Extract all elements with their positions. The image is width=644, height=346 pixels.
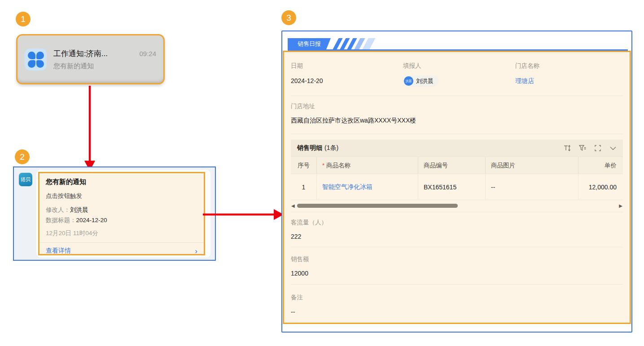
report-title-ribbon: 销售日报 [288, 38, 372, 49]
col-header-unit-price: 单价 [578, 157, 623, 174]
col-header-index: 序号 [291, 157, 316, 174]
date-label: 日期 [291, 62, 403, 70]
sales-amount-value: 12000 [291, 270, 623, 277]
reporter-pill[interactable]: 洪晨 刘洪晨 [403, 75, 438, 87]
scroll-right-icon[interactable]: ▶ [619, 203, 622, 209]
cell-product-image: -- [485, 174, 578, 200]
row-height-icon[interactable] [563, 145, 571, 152]
required-mark: * [322, 162, 324, 169]
divider [291, 284, 623, 285]
divider [291, 323, 623, 323]
store-address-label: 门店地址 [291, 102, 623, 110]
sales-report-panel: 销售日报 日期 2024-12-20 填报人 洪晨 刘洪晨 [281, 31, 632, 333]
expand-icon[interactable] [594, 145, 601, 152]
data-title-label: 数据标题： [46, 217, 76, 223]
horizontal-scrollbar[interactable]: ◀ ▶ [291, 202, 623, 209]
sales-amount-label: 销售额 [291, 255, 623, 263]
scrollbar-thumb[interactable] [297, 204, 458, 208]
divider [39, 242, 204, 243]
step-badge-1: 1 [16, 12, 31, 26]
report-title: 销售日报 [288, 38, 331, 49]
message-title: 您有新的通知 [46, 178, 197, 186]
cell-index: 1 [291, 174, 316, 200]
date-value: 2024-12-20 [291, 77, 403, 84]
store-name-link[interactable]: 理塘店 [515, 77, 623, 85]
product-name-link[interactable]: 智能空气净化冰箱 [322, 183, 372, 191]
col-header-product-code: 商品编号 [418, 157, 485, 174]
collapse-chevron-icon[interactable] [609, 145, 617, 152]
cell-product-code: BX1651615 [418, 174, 485, 200]
col-header-product-name: *商品名称 [316, 157, 418, 174]
message-detail-card: 搭贝 您有新的通知 点击按钮触发 修改人：刘洪晨 数据标题：2024-12-20… [13, 166, 216, 261]
notification-title: 工作通知:济南... [53, 48, 108, 59]
ribbon-stripes [333, 38, 372, 49]
store-name-label: 门店名称 [515, 62, 623, 70]
reporter-avatar: 洪晨 [404, 76, 413, 86]
view-details-action[interactable]: 查看详情 › [46, 247, 197, 255]
report-form-highlight-box: 日期 2024-12-20 填报人 洪晨 刘洪晨 门店名称 理塘店 门店地址 [283, 51, 631, 324]
scroll-left-icon[interactable]: ◀ [291, 203, 295, 209]
step-badge-3: 3 [281, 10, 296, 25]
dabei-app-icon: 搭贝 [19, 173, 32, 186]
table-header-row: 序号 *商品名称 商品编号 商品图片 单价 [291, 157, 623, 174]
message-timestamp: 12月20日 11时04分 [46, 229, 197, 237]
sales-detail-count: (1条) [324, 144, 338, 152]
message-highlight-box: 您有新的通知 点击按钮触发 修改人：刘洪晨 数据标题：2024-12-20 12… [38, 172, 205, 255]
sales-detail-title: 销售明细 [297, 144, 322, 152]
data-title-value: 2024-12-20 [76, 217, 107, 223]
traffic-label: 客流量（人） [291, 219, 623, 227]
workflow-screenshot: 1 2 3 工作通知:济南... 09:24 您有新的通知 搭贝 您有新的通知 … [0, 0, 644, 346]
table-row: 1 智能空气净化冰箱 BX1651615 -- 12,000.00 [291, 174, 623, 200]
divider [291, 96, 623, 96]
divider [291, 247, 623, 247]
notification-subtitle: 您有新的通知 [53, 62, 156, 70]
traffic-value: 222 [291, 233, 623, 240]
remark-label: 备注 [291, 293, 623, 302]
store-address-value: 西藏自治区拉萨市达孜区wa路XXXX号XXX楼 [291, 117, 623, 125]
notification-time: 09:24 [139, 50, 156, 57]
remark-value: -- [291, 308, 623, 315]
modifier-label: 修改人： [46, 206, 70, 213]
reporter-label: 填报人 [403, 62, 515, 70]
divider [291, 212, 623, 212]
reporter-name: 刘洪晨 [416, 77, 434, 85]
chevron-right-icon: › [195, 247, 197, 255]
filter-icon[interactable] [578, 145, 586, 152]
sales-detail-section-header: 销售明细 (1条) [291, 140, 623, 157]
col-header-product-image: 商品图片 [485, 157, 578, 174]
step-badge-2: 2 [15, 149, 30, 164]
flow-arrow-right [203, 208, 285, 221]
view-details-link[interactable]: 查看详情 [46, 247, 71, 255]
modifier-value: 刘洪晨 [70, 206, 88, 213]
divider [291, 134, 623, 134]
cell-unit-price: 12,000.00 [578, 174, 623, 200]
push-notification-card[interactable]: 工作通知:济南... 09:24 您有新的通知 [16, 34, 165, 84]
work-notification-clover-icon [25, 48, 47, 70]
message-bubble[interactable]: 您有新的通知 点击按钮触发 修改人：刘洪晨 数据标题：2024-12-20 12… [36, 170, 210, 258]
message-body: 点击按钮触发 [46, 192, 197, 200]
flow-arrow-down [83, 86, 96, 172]
